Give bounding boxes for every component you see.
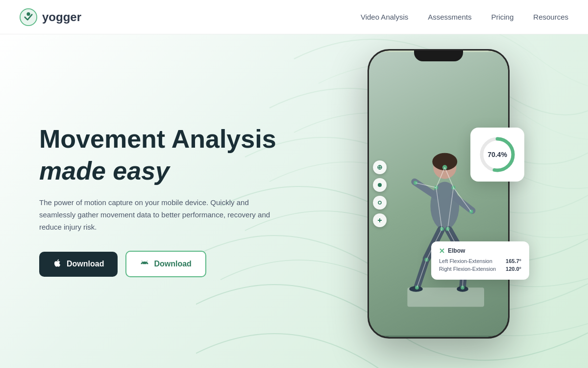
hero-title: Movement Analysis — [39, 125, 314, 153]
elbow-card-title: Elbow — [439, 247, 521, 254]
navbar: yogger Video Analysis Assessments Pricin… — [0, 0, 588, 34]
elbow-row-1: Left Flexion-Extension 165.7° — [439, 258, 521, 264]
svg-point-1 — [26, 12, 30, 16]
apple-download-label: Download — [67, 260, 104, 268]
hero-left: Movement Analysis made easy The power of… — [39, 125, 314, 278]
nav-pricing[interactable]: Pricing — [491, 13, 514, 21]
phone-app-screen — [369, 51, 508, 337]
elbow-row-2: Right Flexion-Extension 120.0° — [439, 266, 521, 272]
android-icon — [140, 259, 149, 269]
hero-section: Movement Analysis made easy The power of… — [0, 34, 588, 368]
nav-video-analysis[interactable]: Video Analysis — [361, 13, 408, 21]
hero-content: Movement Analysis made easy The power of… — [0, 34, 588, 368]
hero-right: 70.4% Elbow Left Flexion-Extension 165.7… — [314, 34, 549, 368]
svg-point-24 — [415, 286, 419, 289]
svg-point-0 — [20, 8, 37, 25]
phone-screen — [369, 51, 508, 337]
phone-outer — [368, 49, 510, 339]
elbow-card: Elbow Left Flexion-Extension 165.7° Righ… — [431, 241, 529, 280]
nav-menu: Video Analysis Assessments Pricing Resou… — [361, 13, 568, 22]
toolbar-btn-1[interactable] — [373, 160, 387, 174]
toolbar-btn-4[interactable] — [373, 213, 387, 227]
phone-notch — [414, 51, 463, 61]
android-download-label: Download — [154, 260, 191, 268]
logo-text: yogger — [42, 10, 81, 24]
phone-toolbar — [373, 160, 387, 227]
svg-point-39 — [378, 183, 382, 187]
android-download-button[interactable]: Download — [125, 251, 206, 277]
nav-assessments[interactable]: Assessments — [428, 13, 471, 21]
hero-buttons: Download Download — [39, 251, 314, 277]
svg-point-40 — [378, 201, 381, 204]
hero-title-italic: made easy — [39, 157, 314, 185]
hero-subtitle: The power of motion capture on your mobi… — [39, 197, 279, 233]
donut-chart: 70.4% — [478, 135, 517, 174]
logo[interactable]: yogger — [20, 8, 81, 26]
nav-resources[interactable]: Resources — [533, 13, 568, 21]
toolbar-btn-2[interactable] — [373, 178, 387, 192]
apple-download-button[interactable]: Download — [39, 252, 118, 277]
apple-icon — [53, 259, 62, 270]
percentage-value: 70.4% — [488, 151, 507, 158]
percentage-card: 70.4% — [470, 128, 524, 182]
phone-mockup: 70.4% Elbow Left Flexion-Extension 165.7… — [368, 49, 510, 339]
toolbar-btn-3[interactable] — [373, 196, 387, 210]
